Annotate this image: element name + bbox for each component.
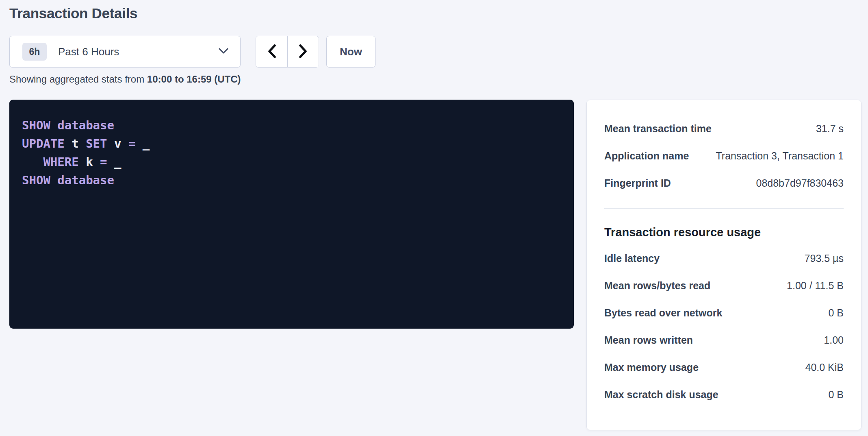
sql-identifier-token [22,155,43,169]
stat-label: Max memory usage [604,362,699,373]
resource-usage-heading: Transaction resource usage [604,226,844,239]
sql-line: SHOW database [22,116,559,135]
stat-value: 0 B [828,307,844,319]
sql-keyword-token: = [128,137,135,150]
sql-identifier-token: _ [107,155,122,169]
chevron-down-icon [219,48,228,55]
stat-value: 08d8b7d97f830463 [756,177,844,189]
chevron-left-icon [267,44,277,59]
sql-code: SHOW databaseUPDATE t SET v = _ WHERE k … [22,116,559,190]
summary-rows: Mean transaction time31.7 sApplication n… [604,115,844,197]
stat-label: Mean transaction time [604,123,712,135]
time-range-label: Past 6 Hours [58,46,219,58]
time-range-dropdown[interactable]: 6h Past 6 Hours [9,36,241,68]
aggregation-prefix: Showing aggregated stats from [9,74,147,85]
chevron-right-icon [298,44,308,59]
sql-line: WHERE k = _ [22,153,559,171]
stat-row: Max scratch disk usage0 B [604,381,844,408]
sql-keyword-token: SET [86,137,107,150]
next-time-button[interactable] [287,36,319,67]
sql-identifier-token: v [107,137,128,150]
sql-keyword-token: WHERE [43,155,78,169]
time-step-buttons [256,36,319,68]
sql-keyword-token: UPDATE [22,137,65,150]
stat-row: Fingerprint ID08d8b7d97f830463 [604,170,844,197]
transaction-stats-card: Mean transaction time31.7 sApplication n… [586,100,861,430]
stat-row: Application nameTransaction 3, Transacti… [604,142,844,170]
stat-label: Mean rows/bytes read [604,280,710,292]
stat-label: Max scratch disk usage [604,389,718,401]
stat-label: Application name [604,150,689,162]
sql-identifier-token: t [65,137,86,150]
stat-value: Transaction 3, Transaction 1 [716,150,844,162]
time-controls: 6h Past 6 Hours Now [9,36,375,68]
now-button[interactable]: Now [326,36,375,68]
aggregation-period-text: Showing aggregated stats from 10:00 to 1… [9,74,241,85]
sql-keyword-token: SHOW database [22,118,114,132]
time-interval-badge: 6h [22,43,47,61]
stat-row: Max memory usage40.0 KiB [604,354,844,381]
sql-keyword-token: = [100,155,107,169]
stat-row: Mean transaction time31.7 s [604,115,844,142]
card-divider [604,208,844,209]
stat-row: Bytes read over network0 B [604,299,844,327]
stat-row: Mean rows written1.00 [604,327,844,354]
stat-value: 0 B [828,389,844,401]
sql-identifier-token: _ [135,137,150,150]
stat-value: 31.7 s [816,123,844,135]
stat-value: 1.00 [824,334,844,346]
stat-row: Mean rows/bytes read1.00 / 11.5 B [604,272,844,299]
stat-label: Idle latency [604,253,660,264]
resource-rows: Idle latency793.5 µsMean rows/bytes read… [604,245,844,408]
stat-value: 793.5 µs [805,253,844,264]
stat-label: Bytes read over network [604,307,722,319]
sql-statement-box: SHOW databaseUPDATE t SET v = _ WHERE k … [9,100,574,329]
prev-time-button[interactable] [256,36,287,67]
stat-row: Idle latency793.5 µs [604,245,844,272]
page-title: Transaction Details [9,5,137,22]
stat-value: 1.00 / 11.5 B [787,280,844,292]
stat-label: Mean rows written [604,334,693,346]
stat-label: Fingerprint ID [604,177,671,189]
sql-identifier-token: k [79,155,100,169]
stat-value: 40.0 KiB [805,362,844,373]
sql-line: SHOW database [22,171,559,190]
aggregation-range: 10:00 to 16:59 (UTC) [147,74,241,85]
sql-line: UPDATE t SET v = _ [22,135,559,153]
sql-keyword-token: SHOW database [22,173,114,187]
